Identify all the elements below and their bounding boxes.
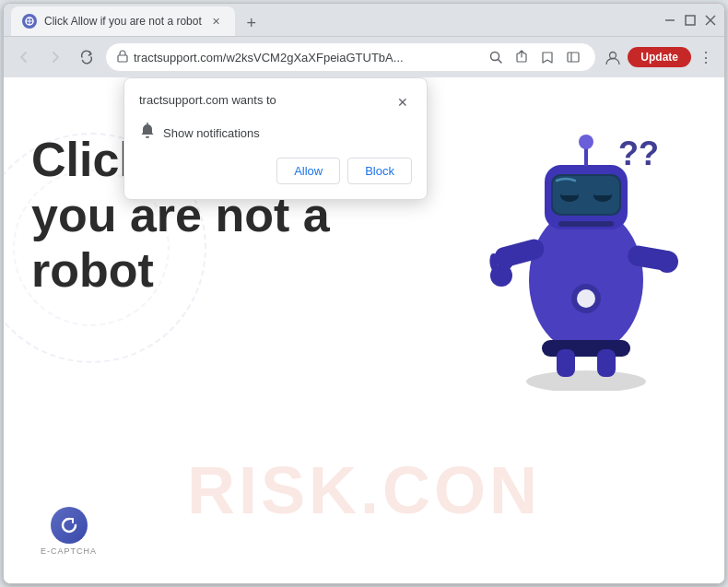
svg-rect-27: [593, 189, 612, 195]
browser-window: Click Allow if you are not a robot ✕ +: [3, 3, 725, 584]
address-bar: tractsupport.com/w2ksVCM2gXaXFpeiaGTUTbA…: [4, 37, 724, 77]
captcha-icon: [51, 507, 88, 544]
tab-area: Click Allow if you are not a robot ✕ +: [11, 4, 660, 36]
new-tab-button[interactable]: +: [239, 10, 264, 36]
active-tab[interactable]: Click Allow if you are not a robot ✕: [11, 6, 235, 36]
maximize-button[interactable]: [684, 14, 697, 27]
svg-rect-18: [542, 340, 630, 357]
toolbar-right: Update ⋮: [602, 46, 717, 68]
tab-close-button[interactable]: ✕: [209, 14, 224, 29]
svg-point-13: [610, 53, 616, 59]
bookmark-icon[interactable]: [536, 46, 558, 68]
share-icon[interactable]: [511, 46, 533, 68]
refresh-button[interactable]: [74, 44, 100, 70]
watermark-text: RISK.CON: [187, 452, 541, 528]
svg-rect-20: [597, 349, 616, 377]
back-button[interactable]: [11, 44, 37, 70]
svg-text:??: ??: [618, 135, 659, 172]
svg-rect-26: [560, 189, 579, 195]
svg-point-14: [526, 370, 646, 391]
svg-rect-7: [118, 55, 127, 62]
captcha-label: E-CAPTCHA: [41, 546, 97, 556]
title-bar: Click Allow if you are not a robot ✕ +: [4, 4, 724, 37]
popup-header: tractsupport.com wants to ✕: [139, 93, 412, 112]
allow-button[interactable]: Allow: [276, 158, 340, 184]
window-controls: [663, 14, 717, 27]
svg-rect-4: [686, 16, 695, 25]
tab-title: Click Allow if you are not a robot: [44, 15, 202, 28]
page-content: RISK.CON Click Allow if you are not a ro…: [4, 77, 724, 583]
notification-popup: tractsupport.com wants to ✕ Show notific…: [123, 77, 428, 200]
robot-illustration: ??: [476, 96, 697, 391]
address-icons: [485, 46, 584, 68]
popup-title: tractsupport.com wants to: [139, 93, 276, 107]
forward-button[interactable]: [42, 44, 68, 70]
svg-rect-11: [568, 53, 579, 62]
tab-favicon: [22, 14, 37, 29]
svg-line-9: [499, 60, 502, 64]
svg-point-30: [579, 135, 593, 149]
search-icon[interactable]: [485, 46, 507, 68]
block-button[interactable]: Block: [347, 158, 412, 184]
profile-icon[interactable]: [602, 46, 624, 68]
update-button[interactable]: Update: [628, 47, 691, 67]
menu-button[interactable]: ⋮: [695, 46, 717, 68]
tab-search-icon[interactable]: [562, 46, 584, 68]
notification-text: Show notifications: [163, 126, 260, 140]
address-input[interactable]: tractsupport.com/w2ksVCM2gXaXFpeiaGTUTbA…: [105, 42, 596, 72]
svg-marker-10: [543, 53, 552, 63]
svg-rect-28: [558, 221, 614, 227]
minimize-button[interactable]: [663, 14, 676, 27]
svg-rect-19: [557, 349, 575, 377]
popup-close-button[interactable]: ✕: [393, 93, 412, 112]
lock-icon: [117, 50, 128, 65]
svg-point-17: [577, 289, 595, 308]
bell-icon: [139, 123, 156, 143]
close-button[interactable]: [704, 14, 717, 27]
popup-buttons: Allow Block: [139, 158, 412, 184]
popup-notification-row: Show notifications: [139, 123, 412, 143]
ecaptcha-logo: E-CAPTCHA: [41, 507, 97, 556]
main-text-line3: robot: [31, 243, 330, 299]
svg-point-34: [656, 251, 678, 273]
url-text: tractsupport.com/w2ksVCM2gXaXFpeiaGTUTbA…: [134, 51, 479, 65]
